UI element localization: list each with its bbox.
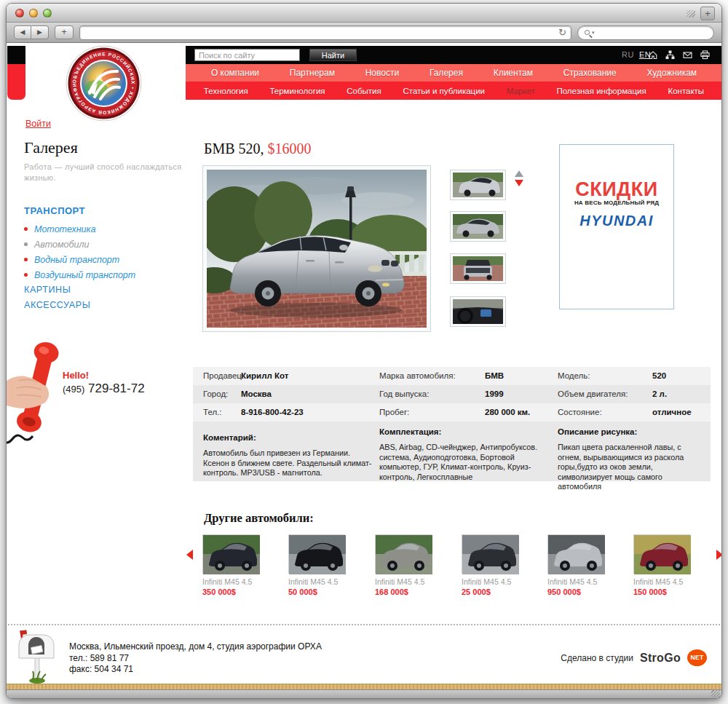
nav-item-partners[interactable]: Партнерам (290, 68, 335, 78)
transport-menu: Мототехника Автомобили Водный транспорт … (24, 221, 135, 282)
car-details-table: Продавец:Кирилл Кот Марка автомобиля:БМВ… (193, 367, 711, 481)
magnifier-icon (585, 30, 590, 35)
studio-logo-text[interactable]: StroGo (640, 652, 681, 665)
address-bar[interactable]: ↻ (79, 25, 571, 40)
secondary-navigation: Технология Терминология События Статьи и… (186, 82, 721, 100)
car-thumbnail[interactable] (288, 534, 345, 574)
artwork-description-block: Описание рисунка:Пикап цвета раскаленной… (558, 427, 700, 492)
header-edge-black (7, 46, 25, 64)
car-thumbnail[interactable] (633, 534, 690, 574)
search-dropdown-icon[interactable]: ▾ (592, 30, 595, 36)
sidebar-item-air[interactable]: Воздушный транспорт (24, 267, 135, 282)
nav-item-news[interactable]: Новости (365, 68, 399, 78)
site-search-button[interactable]: Найти (309, 49, 357, 61)
banner-headline: СКИДКИ (560, 180, 673, 199)
nav-item-clients[interactable]: Клиентам (494, 68, 533, 78)
other-car-card[interactable]: Infiniti M45 4.5 150 000$ (633, 534, 697, 596)
main-car-photo[interactable] (202, 165, 431, 332)
description-blocks: Коментарий:Автомобиль был привезен из Ге… (193, 422, 711, 481)
carousel-prev-button[interactable] (186, 550, 193, 560)
table-row: Тел.:8-916-800-42-23 Пробег:280 000 км. … (193, 403, 711, 422)
print-icon[interactable] (700, 50, 710, 60)
add-bookmark-button[interactable]: + (55, 25, 74, 39)
login-link[interactable]: Войти (25, 119, 51, 129)
browser-titlebar[interactable]: + (7, 4, 721, 23)
car-name: Infiniti M45 4.5 (633, 577, 697, 586)
thumbnails-scroll-up-button[interactable] (515, 170, 523, 177)
sitemap-icon[interactable] (665, 50, 675, 60)
other-car-card[interactable]: Infiniti M45 4.5 50 000$ (288, 534, 352, 596)
car-thumbnail[interactable] (462, 534, 518, 574)
thumbnail-side-view[interactable] (450, 211, 506, 242)
nav-item-events[interactable]: События (347, 87, 381, 95)
listing-price: $16000 (268, 141, 312, 157)
footer-address: Москва, Ильменский проезд, дом 4, студия… (69, 641, 322, 653)
bullet-icon (24, 273, 28, 277)
close-button[interactable] (15, 9, 24, 17)
credit-label: Сделано в студии (561, 653, 633, 663)
sidebar-item-cars-current[interactable]: Автомобили (24, 237, 135, 252)
new-tab-button[interactable]: + (700, 7, 715, 20)
browser-search-field[interactable]: ▾ (577, 25, 714, 40)
nav-item-technology[interactable]: Технология (204, 87, 248, 95)
site-search-input[interactable] (194, 49, 300, 61)
car-name: Infiniti M45 4.5 (547, 577, 612, 586)
forward-button[interactable]: ▶ (31, 25, 49, 39)
resize-grip[interactable] (711, 690, 720, 697)
studio-net-badge[interactable]: NET (687, 649, 707, 666)
nav-item-useful-info[interactable]: Полезная информация (556, 87, 646, 95)
site-header-bar: Найти RUEN (186, 46, 721, 64)
status-bar (7, 689, 721, 698)
phone-handset-photo (7, 336, 71, 452)
banner-subline: НА ВЕСЬ МОДЕЛЬНЫЙ РЯД (560, 199, 673, 206)
other-car-card[interactable]: Infiniti M45 4.5 350 000$ (202, 534, 266, 596)
banner-brand-logo: HYUNDAI (560, 213, 673, 229)
sidebar-title: Галерея (24, 138, 78, 157)
thumbnail-interior-view[interactable] (450, 296, 506, 327)
car-thumbnail[interactable] (547, 534, 604, 574)
nav-item-terminology[interactable]: Терминология (269, 87, 325, 95)
car-price: 350 000$ (202, 588, 266, 596)
car-price: 50 000$ (288, 588, 352, 596)
other-car-card[interactable]: Infiniti M45 4.5 950 000$ (547, 534, 612, 596)
reload-icon[interactable]: ↻ (558, 27, 566, 38)
nav-item-artists[interactable]: Художникам (646, 68, 697, 78)
nav-item-market-active[interactable]: Маркет (507, 87, 535, 95)
car-name: Infiniti M45 4.5 (375, 577, 439, 586)
browser-window: + ◀ ▶ + ↻ ▾ Найти RUEN (6, 3, 722, 699)
car-price: 168 000$ (375, 588, 439, 596)
nav-item-articles[interactable]: Статьи и публикации (403, 87, 485, 95)
main-navigation: О компании Партнерам Новости Галерея Кли… (186, 64, 721, 82)
footer-address-block: Москва, Ильменский проезд, дом 4, студия… (69, 641, 322, 676)
lang-ru[interactable]: RU (622, 50, 634, 59)
sidebar-item-moto[interactable]: Мототехника (24, 221, 135, 237)
bullet-icon (24, 258, 28, 261)
other-cars-heading: Другие автомобили: (204, 511, 314, 526)
sidebar-item-accessories[interactable]: АКСЕССУАРЫ (24, 300, 90, 310)
car-thumbnail[interactable] (375, 534, 432, 574)
sidebar-item-water[interactable]: Водный транспорт (24, 252, 135, 267)
other-car-card[interactable]: Infiniti M45 4.5 25 000$ (462, 534, 526, 596)
thumbnail-trunk-view[interactable] (450, 253, 506, 284)
car-thumbnail[interactable] (202, 534, 259, 574)
nav-item-insurance[interactable]: Страхование (563, 68, 617, 78)
home-icon[interactable] (649, 50, 657, 60)
footer-wood-strip (7, 684, 721, 689)
thumbnail-front-view[interactable] (450, 170, 506, 200)
zoom-button[interactable] (43, 9, 52, 17)
back-button[interactable]: ◀ (14, 25, 31, 39)
site-logo-badge[interactable]: ОБЪЕДИНЕНИЕ РОССИЙСКИХ • ХУДОЖНИКОВ АЭРО… (66, 45, 142, 122)
nav-item-company[interactable]: О компании (211, 68, 259, 78)
hyundai-ad-banner[interactable]: СКИДКИ НА ВЕСЬ МОДЕЛЬНЫЙ РЯД HYUNDAI (559, 144, 674, 309)
thumbnails-scroll-down-button[interactable] (515, 180, 523, 186)
other-car-card[interactable]: Infiniti M45 4.5 168 000$ (375, 534, 439, 596)
minimize-button[interactable] (29, 9, 38, 17)
mail-icon[interactable] (683, 50, 692, 60)
car-price: 950 000$ (547, 588, 612, 596)
bullet-icon (24, 242, 28, 246)
carousel-next-button[interactable] (716, 550, 721, 560)
sidebar-item-paintings[interactable]: КАРТИНЫ (24, 285, 71, 295)
nav-item-contacts[interactable]: Контакты (668, 87, 704, 95)
nav-item-gallery[interactable]: Галерея (430, 68, 463, 78)
sidebar-tagline: Работа — лучший способ наслаждаться жизн… (24, 162, 183, 183)
